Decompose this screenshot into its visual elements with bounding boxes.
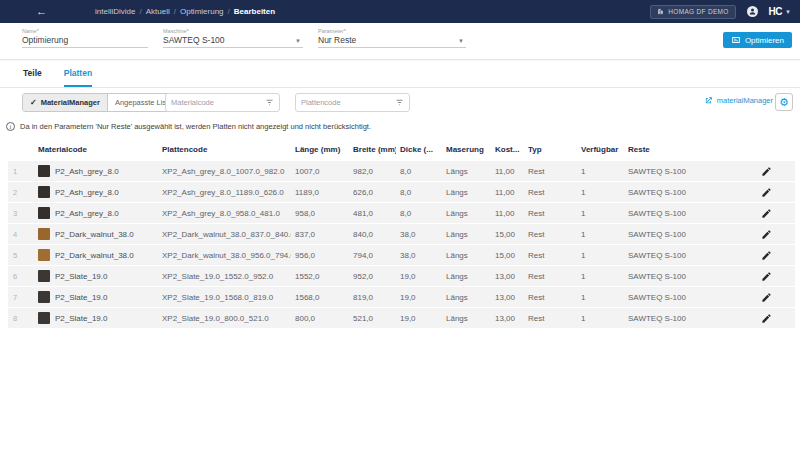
- cell-dicke: 8,0: [396, 167, 442, 176]
- chevron-down-icon: ▼: [785, 9, 791, 15]
- cell-verfuegbar: 1: [577, 293, 624, 302]
- cell-materialcode: P2_Slate_19.0: [34, 291, 158, 303]
- column-header-kosten[interactable]: Kost...: [491, 145, 524, 154]
- cell-materialcode-label: P2_Slate_19.0: [55, 293, 108, 302]
- cell-maserung: Längs: [442, 251, 491, 260]
- settings-button[interactable]: ⚙: [775, 93, 793, 111]
- cell-materialcode: P2_Dark_walnut_38.0: [34, 228, 158, 240]
- tenant-button[interactable]: HOMAG DF DEMO: [650, 5, 735, 19]
- name-field-value[interactable]: Optimierung: [22, 35, 148, 45]
- plattencode-filter: [295, 93, 410, 112]
- breadcrumb-optimierung[interactable]: Optimierung: [180, 7, 224, 16]
- maschine-select-value[interactable]: SAWTEQ S-100: [163, 35, 303, 45]
- edit-row-button[interactable]: [755, 229, 795, 240]
- cell-plattencode: XP2_Dark_walnut_38.0_837.0_840.0: [158, 230, 291, 239]
- cell-dicke: 38,0: [396, 251, 442, 260]
- materialmanager-link[interactable]: materialManager: [704, 96, 773, 105]
- toggle-materialmanager[interactable]: ✓ MaterialManager: [23, 94, 108, 111]
- table-row[interactable]: 6P2_Slate_19.0XP2_Slate_19.0_1552.0_952.…: [8, 266, 795, 286]
- maschine-select[interactable]: Maschine* SAWTEQ S-100 ▼: [163, 28, 303, 48]
- column-header-plattencode[interactable]: Plattencode: [158, 145, 291, 154]
- cell-verfuegbar: 1: [577, 314, 624, 323]
- cell-laenge: 1568,0: [291, 293, 349, 302]
- cell-verfuegbar: 1: [577, 167, 624, 176]
- material-color-swatch: [38, 312, 50, 324]
- table-row[interactable]: 1P2_Ash_grey_8.0XP2_Ash_grey_8.0_1007.0_…: [8, 161, 795, 181]
- column-header-dicke[interactable]: Dicke (...: [396, 145, 442, 154]
- cell-reste: SAWTEQ S-100: [624, 209, 755, 218]
- cell-materialcode-label: P2_Ash_grey_8.0: [55, 167, 119, 176]
- optimize-button[interactable]: Optimieren: [723, 32, 792, 48]
- name-field[interactable]: Name* Optimierung: [22, 28, 148, 48]
- column-header-breite[interactable]: Breite (mm): [349, 145, 396, 154]
- parameter-select[interactable]: Parameter* Nur Reste ▼: [318, 28, 466, 48]
- cell-breite: 840,0: [349, 230, 396, 239]
- table-row[interactable]: 4P2_Dark_walnut_38.0XP2_Dark_walnut_38.0…: [8, 224, 795, 244]
- column-header-verfuegbar[interactable]: Verfügbar: [577, 145, 624, 154]
- cell-reste: SAWTEQ S-100: [624, 230, 755, 239]
- back-arrow-icon[interactable]: ←: [36, 6, 47, 17]
- tab-platten[interactable]: Platten: [64, 68, 92, 87]
- cell-verfuegbar: 1: [577, 251, 624, 260]
- column-header-laenge[interactable]: Länge (mm): [291, 145, 349, 154]
- cell-materialcode: P2_Dark_walnut_38.0: [34, 249, 158, 261]
- breadcrumb-aktuell[interactable]: Aktuell: [146, 7, 170, 16]
- material-color-swatch: [38, 249, 50, 261]
- edit-row-button[interactable]: [755, 187, 795, 198]
- source-toggle-group: ✓ MaterialManager Angepasste Liste: [22, 93, 180, 112]
- chevron-down-icon: ▼: [458, 38, 464, 44]
- cell-plattencode: XP2_Slate_19.0_800.0_521.0: [158, 314, 291, 323]
- plattencode-filter-input[interactable]: [301, 98, 395, 107]
- edit-row-button[interactable]: [755, 292, 795, 303]
- row-number: 4: [8, 230, 34, 239]
- cell-typ: Rest: [524, 209, 577, 218]
- breadcrumb-intellidivide[interactable]: intelliDivide: [95, 7, 135, 16]
- optimize-button-label: Optimieren: [745, 36, 784, 45]
- row-number: 2: [8, 188, 34, 197]
- cell-maserung: Längs: [442, 293, 491, 302]
- breadcrumb: intelliDivide / Aktuell / Optimierung / …: [95, 7, 275, 16]
- cell-reste: SAWTEQ S-100: [624, 293, 755, 302]
- table-row[interactable]: 8P2_Slate_19.0XP2_Slate_19.0_800.0_521.0…: [8, 308, 795, 328]
- table-row[interactable]: 5P2_Dark_walnut_38.0XP2_Dark_walnut_38.0…: [8, 245, 795, 265]
- tab-teile[interactable]: Teile: [23, 68, 42, 87]
- cell-breite: 794,0: [349, 251, 396, 260]
- edit-row-button[interactable]: [755, 271, 795, 282]
- gear-icon: ⚙: [779, 97, 789, 108]
- edit-row-button[interactable]: [755, 250, 795, 261]
- cell-materialcode-label: P2_Ash_grey_8.0: [55, 209, 119, 218]
- edit-row-button[interactable]: [755, 313, 795, 324]
- table-row[interactable]: 3P2_Ash_grey_8.0XP2_Ash_grey_8.0_958.0_4…: [8, 203, 795, 223]
- cell-maserung: Längs: [442, 167, 491, 176]
- tenant-button-label: HOMAG DF DEMO: [668, 8, 728, 15]
- cell-breite: 481,0: [349, 209, 396, 218]
- cell-plattencode: XP2_Ash_grey_8.0_1189.0_626.0: [158, 188, 291, 197]
- edit-row-button[interactable]: [755, 166, 795, 177]
- name-field-label: Name*: [22, 28, 148, 34]
- cell-kosten: 11,00: [491, 167, 524, 176]
- column-header-materialcode[interactable]: Materialcode: [34, 145, 158, 154]
- cell-dicke: 8,0: [396, 188, 442, 197]
- homag-group-logo[interactable]: HC ▼: [769, 6, 791, 17]
- table-row[interactable]: 7P2_Slate_19.0XP2_Slate_19.0_1568.0_819.…: [8, 287, 795, 307]
- table-row[interactable]: 2P2_Ash_grey_8.0XP2_Ash_grey_8.0_1189.0_…: [8, 182, 795, 202]
- row-number: 7: [8, 293, 34, 302]
- cell-kosten: 13,00: [491, 314, 524, 323]
- filter-icon[interactable]: [265, 98, 274, 107]
- user-avatar-icon[interactable]: [747, 6, 758, 17]
- column-header-typ[interactable]: Typ: [524, 145, 577, 154]
- cell-materialcode-label: P2_Slate_19.0: [55, 272, 108, 281]
- cell-laenge: 1552,0: [291, 272, 349, 281]
- column-header-reste[interactable]: Reste: [624, 145, 755, 154]
- cell-dicke: 19,0: [396, 314, 442, 323]
- column-header-maserung[interactable]: Maserung: [442, 145, 491, 154]
- cell-typ: Rest: [524, 272, 577, 281]
- cell-dicke: 8,0: [396, 209, 442, 218]
- pencil-icon: [761, 166, 772, 177]
- filter-icon[interactable]: [395, 98, 404, 107]
- tab-bar: Teile Platten: [0, 60, 800, 88]
- parameter-select-value[interactable]: Nur Reste: [318, 35, 466, 45]
- materialcode-filter-input[interactable]: [171, 98, 265, 107]
- edit-row-button[interactable]: [755, 208, 795, 219]
- cell-breite: 952,0: [349, 272, 396, 281]
